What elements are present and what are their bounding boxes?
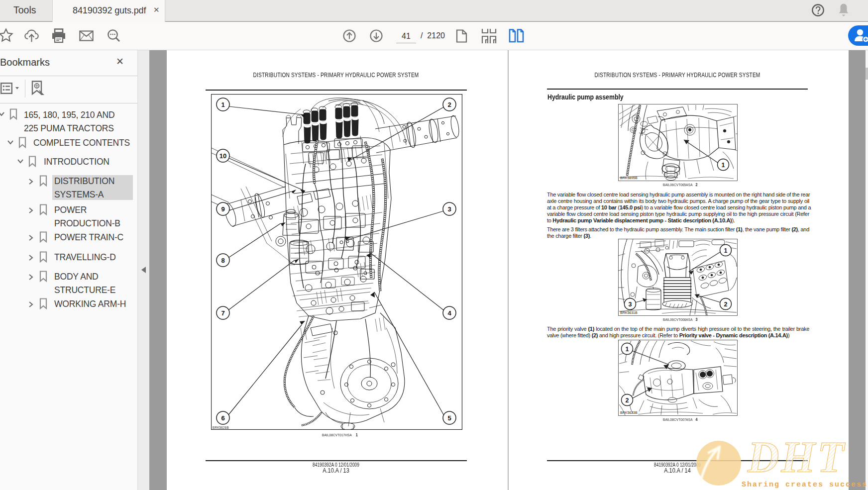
svg-text:9: 9 — [221, 205, 224, 213]
svg-text:BRK5623B: BRK5623B — [620, 411, 638, 414]
svg-text:2: 2 — [724, 301, 728, 308]
svg-text:8: 8 — [221, 257, 224, 264]
svg-text:5: 5 — [447, 414, 451, 422]
svg-text:BRK5631B: BRK5631B — [620, 311, 638, 314]
svg-text:2: 2 — [447, 101, 451, 108]
svg-text:1: 1 — [221, 101, 224, 108]
svg-text:1: 1 — [722, 162, 725, 169]
svg-text:6: 6 — [221, 414, 224, 422]
svg-text:10: 10 — [219, 152, 226, 160]
svg-text:1: 1 — [626, 346, 629, 353]
svg-text:DHT: DHT — [747, 433, 846, 481]
svg-text:1: 1 — [724, 247, 728, 254]
svg-text:3: 3 — [629, 301, 632, 308]
svg-text:7: 7 — [221, 309, 224, 317]
svg-text:2: 2 — [626, 397, 629, 404]
svg-text:BRK5895B: BRK5895B — [620, 176, 638, 180]
svg-text:Sharing creates success: Sharing creates success — [742, 481, 868, 489]
svg-text:3: 3 — [447, 205, 451, 213]
svg-text:4: 4 — [447, 309, 451, 317]
